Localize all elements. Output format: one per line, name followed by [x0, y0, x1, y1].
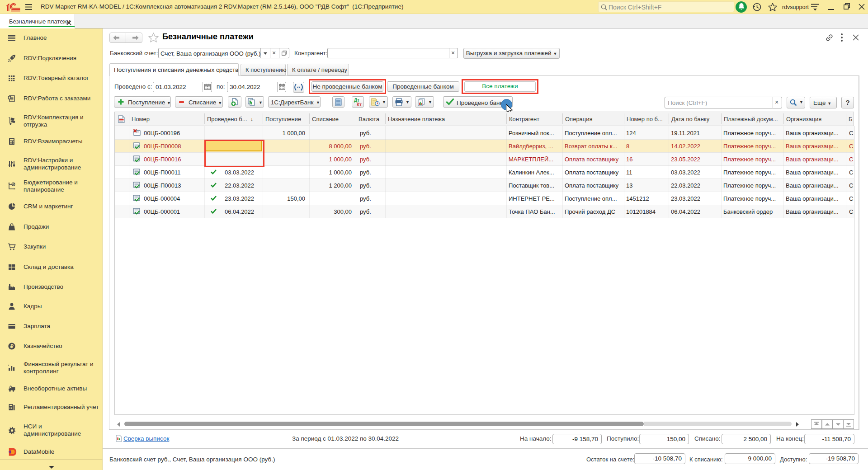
svg-text:₽: ₽: [13, 183, 14, 186]
svg-text:₽: ₽: [10, 343, 14, 349]
